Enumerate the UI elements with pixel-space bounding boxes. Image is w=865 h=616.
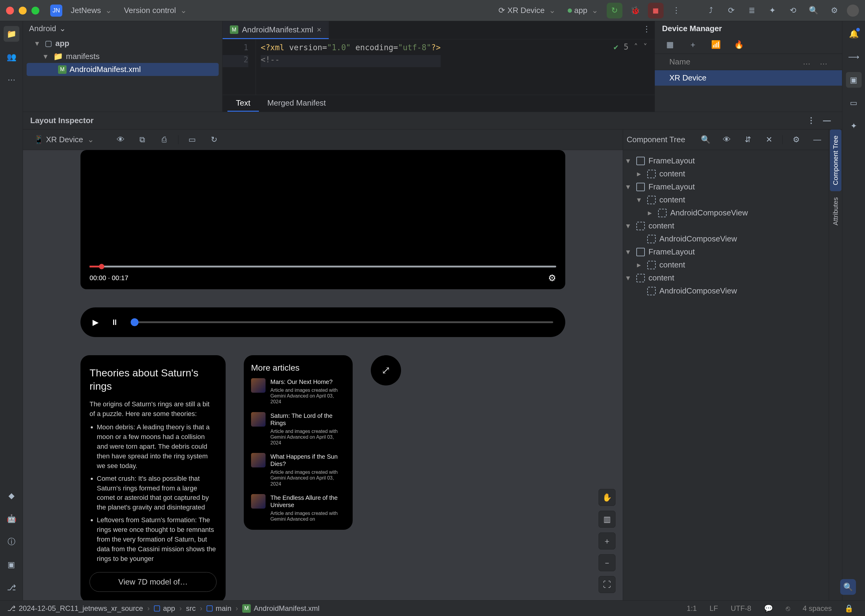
minimize-icon[interactable] bbox=[19, 7, 27, 14]
ctree-row[interactable]: ▾content bbox=[626, 271, 826, 284]
expand-fab[interactable]: ⤢ bbox=[371, 355, 401, 385]
inspector-more-icon[interactable]: ⋮ bbox=[803, 113, 819, 129]
tree-manifests-node[interactable]: ▾ 📁 manifests bbox=[27, 50, 219, 63]
audio-player[interactable]: ▶ ⏸ bbox=[80, 307, 565, 337]
ctree-row[interactable]: ▾FrameLayout bbox=[626, 154, 826, 167]
zoom-in-icon[interactable]: ＋ bbox=[598, 533, 615, 550]
expand-all-icon[interactable]: ⇵ bbox=[740, 132, 756, 148]
lock-icon[interactable]: 🔒 bbox=[840, 604, 858, 613]
inspector-device-select[interactable]: 📱 XR Device bbox=[30, 133, 98, 146]
git-icon[interactable]: ⎇ bbox=[4, 580, 19, 596]
running-devices-icon[interactable]: ▭ bbox=[846, 95, 862, 111]
expander-icon[interactable]: ▸ bbox=[637, 260, 644, 270]
pan-icon[interactable]: ✋ bbox=[598, 489, 615, 506]
firebase-icon[interactable]: 🔥 bbox=[731, 37, 747, 53]
project-name-dropdown[interactable]: JetNews bbox=[67, 4, 116, 17]
rerun-button[interactable]: ↻ bbox=[607, 3, 622, 19]
profile-icon[interactable]: ⤴ bbox=[703, 3, 719, 19]
layer-icon[interactable]: ▭ bbox=[185, 132, 200, 148]
wifi-pair-icon[interactable]: 📶 bbox=[708, 37, 724, 53]
gem-icon[interactable]: ◆ bbox=[4, 488, 19, 503]
article-item[interactable]: What Happens if the Sun Dies?Article and… bbox=[251, 453, 345, 487]
problems-icon[interactable]: ⓘ bbox=[4, 534, 19, 550]
avatar[interactable] bbox=[847, 5, 859, 17]
device-manager-tool-icon[interactable]: ▣ bbox=[846, 72, 862, 88]
gradle-icon[interactable]: ⟶ bbox=[846, 49, 862, 65]
play-icon[interactable]: ▶ bbox=[93, 318, 99, 327]
avd-icon[interactable]: ≣ bbox=[744, 3, 760, 19]
device-target-dropdown[interactable]: ⟳ XR Device bbox=[495, 4, 559, 17]
ctree-row[interactable]: ▾content bbox=[626, 219, 826, 233]
run-config-dropdown[interactable]: app bbox=[564, 4, 602, 17]
device-row[interactable]: XR Device bbox=[655, 70, 842, 86]
refresh-icon[interactable]: ↻ bbox=[206, 132, 222, 148]
article-item[interactable]: The Endless Allure of the UniverseArticl… bbox=[251, 494, 345, 522]
editor-body[interactable]: 12 <?xml version="1.0" encoding="utf-8"?… bbox=[223, 39, 655, 95]
video-timeline[interactable] bbox=[89, 266, 556, 267]
chevron-down-icon[interactable]: ˅ bbox=[643, 42, 647, 52]
project-view-selector[interactable]: Android ⌄ bbox=[23, 21, 222, 36]
article-item[interactable]: Saturn: The Lord of the RingsArticle and… bbox=[251, 412, 345, 446]
tab-component-tree[interactable]: Component Tree bbox=[830, 129, 841, 191]
search-icon[interactable]: 🔍 bbox=[698, 132, 713, 148]
preview-canvas[interactable]: 00:00 · 00:17 ⚙ ▶ ⏸ Theories about Satur… bbox=[23, 150, 623, 600]
pause-icon[interactable]: ⏸ bbox=[111, 318, 119, 327]
tab-attributes[interactable]: Attributes bbox=[830, 191, 841, 231]
maximize-icon[interactable] bbox=[31, 7, 39, 14]
tree-manifest-file[interactable]: M AndroidManifest.xml bbox=[27, 63, 219, 76]
grid-icon[interactable]: ▦ bbox=[662, 37, 678, 53]
overlay-icon[interactable]: ⧉ bbox=[135, 132, 150, 148]
inspector-minimize-icon[interactable]: — bbox=[819, 113, 835, 129]
line-separator[interactable]: LF bbox=[705, 604, 722, 613]
expander-icon[interactable]: ▾ bbox=[626, 156, 633, 165]
editor-more-icon[interactable]: ⋮ bbox=[639, 21, 655, 37]
feedback-icon[interactable]: 💬 bbox=[760, 604, 777, 613]
tab-merged-manifest[interactable]: Merged Manifest bbox=[259, 95, 334, 112]
ai-assistant-fab[interactable]: 🔍 bbox=[840, 579, 856, 595]
settings-icon[interactable]: ⚙ bbox=[826, 3, 842, 19]
terminal-icon[interactable]: ▣ bbox=[4, 557, 19, 572]
snapshot-icon[interactable]: ⎙ bbox=[156, 132, 172, 148]
debug-button[interactable]: 🐞 bbox=[627, 3, 643, 19]
minimize-icon[interactable]: — bbox=[809, 132, 825, 148]
git-branch[interactable]: ⎇ 2024-12-05_RC11_jetnews_xr_source bbox=[7, 604, 143, 613]
ctree-row[interactable]: AndroidComposeView bbox=[626, 233, 826, 245]
eye-icon[interactable]: 👁 bbox=[719, 132, 735, 148]
vcs-dropdown[interactable]: Version control bbox=[120, 4, 190, 17]
expander-icon[interactable]: ▸ bbox=[637, 169, 644, 179]
file-encoding[interactable]: UTF-8 bbox=[727, 604, 755, 613]
ctree-row[interactable]: ▸content bbox=[626, 258, 826, 271]
editor-inspections[interactable]: ✔ 5 ˄ ˅ bbox=[614, 42, 647, 52]
add-device-icon[interactable]: ＋ bbox=[685, 37, 701, 53]
video-playhead[interactable] bbox=[99, 264, 104, 269]
tree-app-node[interactable]: ▾ ▢ app bbox=[27, 37, 219, 50]
memory-icon[interactable]: ⎋ bbox=[782, 604, 794, 613]
crumb-src[interactable]: src bbox=[186, 604, 196, 613]
more-run-icon[interactable]: ⋮ bbox=[669, 3, 684, 19]
ctree-row[interactable]: ▸AndroidComposeView bbox=[626, 206, 826, 219]
expander-icon[interactable]: ▾ bbox=[626, 247, 633, 256]
notifications-icon[interactable]: 🔔 bbox=[846, 26, 862, 42]
chevron-up-icon[interactable]: ˄ bbox=[634, 42, 638, 52]
inspect-icon[interactable]: ⟲ bbox=[785, 3, 801, 19]
expander-icon[interactable]: ▾ bbox=[626, 273, 633, 283]
stop-button[interactable]: ◼ bbox=[648, 3, 664, 19]
project-tool-icon[interactable]: 📁 bbox=[4, 26, 19, 42]
expander-icon[interactable]: ▾ bbox=[626, 182, 633, 192]
crumb-manifest[interactable]: MAndroidManifest.xml bbox=[242, 604, 319, 613]
sync-icon[interactable]: ⟳ bbox=[724, 3, 739, 19]
ctree-row[interactable]: AndroidComposeView bbox=[626, 284, 826, 297]
zoom-out-icon[interactable]: － bbox=[598, 554, 615, 571]
code-area[interactable]: <?xml version="1.0" encoding="utf-8"?> <… bbox=[256, 39, 446, 95]
layers-icon[interactable]: ▥ bbox=[598, 511, 615, 528]
tab-text[interactable]: Text bbox=[228, 95, 259, 112]
zoom-fit-icon[interactable]: ⛶ bbox=[598, 576, 615, 593]
ctree-row[interactable]: ▾FrameLayout bbox=[626, 245, 826, 258]
android-icon[interactable]: 🤖 bbox=[4, 511, 19, 526]
video-player[interactable]: 00:00 · 00:17 ⚙ bbox=[80, 150, 565, 289]
article-item[interactable]: Mars: Our Next Home?Article and images c… bbox=[251, 378, 345, 405]
collapse-icon[interactable]: ✕ bbox=[761, 132, 777, 148]
crumb-app[interactable]: app bbox=[154, 604, 175, 613]
indent-settings[interactable]: 4 spaces bbox=[799, 604, 836, 613]
expander-icon[interactable]: ▾ bbox=[626, 221, 633, 231]
